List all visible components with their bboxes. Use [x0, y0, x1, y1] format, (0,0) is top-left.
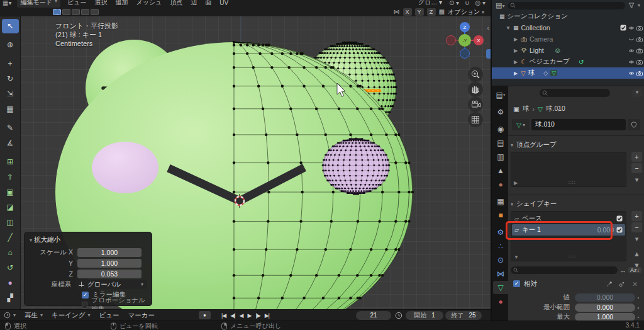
frame-end-field[interactable]: 終了25	[445, 311, 482, 320]
tool-rip-region[interactable]: ▞	[2, 291, 19, 305]
tool-spin[interactable]: ↺	[2, 261, 19, 275]
play-button[interactable]: ▶	[247, 312, 251, 319]
timeline-editor-icon[interactable]: ▾	[4, 312, 16, 319]
shape-key-specials-button[interactable]: ▾	[631, 234, 642, 244]
tab-constraints[interactable]: ⋈	[493, 267, 508, 280]
mode-select[interactable]: 編集モード▾	[17, 0, 60, 8]
tab-render[interactable]: ◉	[493, 122, 508, 135]
expand-caret-icon[interactable]: ▼	[506, 25, 511, 31]
menu-add[interactable]: 追加	[114, 0, 129, 7]
vertex-group-remove-button[interactable]: −	[631, 163, 642, 173]
shape-key-remove-button[interactable]: −	[631, 222, 642, 232]
datablock-type-button[interactable]: ▽▾	[512, 119, 530, 130]
render-camera-icon[interactable]	[636, 25, 643, 31]
outliner-row-collection[interactable]: ▼ ▦ Collection	[492, 22, 644, 33]
shape-keys-panel-header[interactable]: ▾シェイプキー	[511, 200, 557, 208]
proportional-editing-checkbox[interactable]	[82, 302, 87, 309]
hide-eye-icon[interactable]	[628, 48, 635, 53]
resize-caret-icon[interactable]: ▶	[514, 180, 518, 186]
overlay-icon[interactable]	[619, 281, 625, 287]
hide-eye-icon[interactable]	[628, 71, 635, 76]
outliner-row-sphere[interactable]: ▶ ▽ 球 ◇ ▽	[492, 67, 644, 79]
navigation-gizmo[interactable]: Z X -Y	[445, 21, 484, 60]
snap-magnet-icon[interactable]: ∪	[465, 0, 469, 6]
outliner-row-bezier-curve[interactable]: ▶ ☾ ベジエカーブ ↺	[492, 56, 644, 67]
timeline-menu-playback[interactable]: 再生▾	[25, 311, 43, 320]
timeline-menu-keying[interactable]: キーイング▾	[52, 311, 91, 320]
grab-handle-icon[interactable]: ∷∷	[569, 254, 576, 260]
filter-icon[interactable]	[628, 3, 635, 9]
animate-dot-icon[interactable]: •	[635, 305, 641, 310]
render-camera-icon[interactable]	[636, 71, 643, 76]
tool-annotate[interactable]: ✎	[2, 121, 19, 135]
render-camera-icon[interactable]	[636, 37, 643, 42]
jump-end-button[interactable]: ▶|	[265, 312, 269, 319]
expand-caret-icon[interactable]: ▶	[513, 71, 518, 76]
outliner-options-icon[interactable]: ▾	[638, 3, 640, 8]
render-camera-icon[interactable]	[636, 48, 643, 54]
outliner-row-light[interactable]: ▶ Light ◎	[492, 45, 644, 56]
tab-object-data[interactable]: ▽	[493, 281, 508, 294]
tool-cursor[interactable]: ⊕	[2, 38, 19, 52]
next-keyframe-button[interactable]: |▶	[255, 312, 260, 319]
operator-panel-title[interactable]: ▾ 拡大縮小	[30, 236, 147, 244]
fake-user-button[interactable]	[628, 119, 640, 130]
proportional-edit-icon[interactable]: ◎ ▾	[475, 0, 486, 6]
tab-output[interactable]: ▤	[493, 136, 508, 149]
properties-filter-button[interactable]: ▾	[632, 89, 642, 97]
tool-select-tweak[interactable]: ↖	[2, 19, 19, 33]
tool-rotate[interactable]: ↻	[2, 72, 19, 86]
outliner-row-scene-collection[interactable]: ▦ シーンコレクション	[492, 11, 644, 22]
pivot-point-icon[interactable]: ⊙ ▾	[449, 0, 459, 6]
active-tool-tab[interactable]	[486, 49, 491, 59]
eyedropper-icon[interactable]	[606, 281, 613, 287]
vertex-group-specials-button[interactable]: ▾	[631, 174, 642, 185]
pan-button[interactable]	[468, 82, 483, 97]
hide-eye-icon[interactable]	[628, 60, 635, 64]
editor-type-icon[interactable]: ▦▾	[3, 0, 11, 6]
grab-handle-icon[interactable]: ∷∷	[569, 180, 576, 186]
properties-editor-type-icon[interactable]: ▤▾	[493, 88, 508, 101]
frame-start-field[interactable]: 開始1	[406, 311, 443, 320]
outliner-row-camera[interactable]: ▶ Camera	[492, 33, 644, 45]
tab-view-layer[interactable]: ▥	[493, 150, 508, 163]
mirror-y-button[interactable]: Y	[415, 8, 424, 16]
render-camera-icon[interactable]	[636, 59, 643, 65]
tool-poly-build[interactable]: ⌂	[2, 246, 19, 260]
vertex-groups-list[interactable]: ▶ ∷∷	[511, 152, 626, 187]
breadcrumb-object[interactable]: 球	[523, 105, 530, 113]
tool-knife[interactable]: ╱	[2, 230, 19, 245]
scale-z-field[interactable]: 0.053	[77, 270, 142, 278]
current-frame-field[interactable]: 21	[356, 311, 391, 320]
datablock-name-field[interactable]: 球.010	[531, 119, 626, 130]
hide-eye-icon[interactable]	[628, 26, 635, 30]
menu-vertex[interactable]: 頂点	[169, 0, 184, 7]
tool-inset-faces[interactable]: ▣	[2, 185, 19, 200]
orientation-select[interactable]: グロ… ▾	[417, 0, 443, 7]
tab-particles[interactable]: ∴	[493, 239, 508, 253]
correct-face-icon[interactable]: ▩	[439, 8, 445, 15]
record-button[interactable]: ●	[199, 311, 211, 319]
collection-checkbox[interactable]	[620, 25, 626, 31]
sidebar-toggle-arrow[interactable]: ‹	[487, 24, 489, 31]
shape-key-checkbox[interactable]	[616, 215, 623, 222]
select-mode-subtract[interactable]	[72, 9, 80, 15]
outliner-search-input[interactable]	[508, 2, 625, 9]
menu-view[interactable]: ビュー	[66, 0, 87, 7]
vertex-groups-panel-header[interactable]: ▾頂点グループ	[511, 140, 557, 149]
scale-x-field[interactable]: 1.000	[77, 248, 142, 257]
pin-icon[interactable]	[555, 106, 562, 112]
select-mode-intersect[interactable]	[91, 9, 99, 15]
tool-smooth[interactable]: ●	[2, 276, 19, 290]
options-dropdown[interactable]: オプション ▾	[448, 8, 484, 16]
tool-move[interactable]: +	[2, 57, 19, 71]
expand-caret-icon[interactable]: ▶	[513, 37, 518, 42]
value-field[interactable]: 0.000	[575, 293, 635, 302]
mirror-editing-checkbox[interactable]: ✓	[82, 292, 89, 299]
tool-scale[interactable]: ⇲	[2, 87, 19, 101]
mirror-x-button[interactable]: X	[403, 8, 412, 16]
tool-transform[interactable]: ▦	[2, 102, 19, 117]
select-mode-extend[interactable]	[62, 9, 70, 15]
tab-material[interactable]: ●	[493, 295, 508, 308]
menu-uv[interactable]: UV	[218, 0, 230, 6]
